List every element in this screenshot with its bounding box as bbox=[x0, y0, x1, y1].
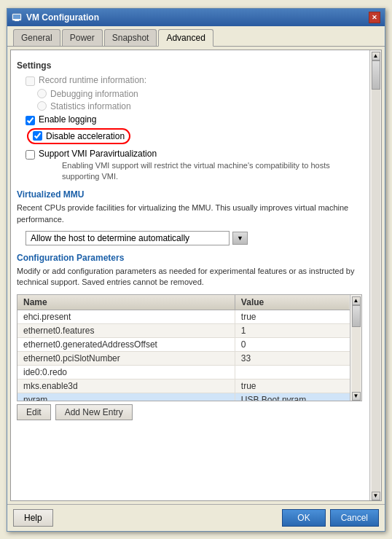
dropdown-row: Allow the host to determine automaticall… bbox=[26, 231, 362, 245]
scrollbar-track bbox=[352, 305, 361, 392]
table-scrollbar: ▲ ▼ bbox=[350, 295, 361, 401]
svg-rect-2 bbox=[15, 20, 19, 21]
col-value: Value bbox=[235, 295, 350, 310]
row-value: 33 bbox=[235, 351, 350, 365]
tab-general[interactable]: General bbox=[13, 29, 60, 46]
content-scrollbar: ▲ ▼ bbox=[369, 50, 381, 500]
table-row[interactable]: nvram USB Boot.nvram bbox=[17, 393, 350, 401]
record-runtime-checkbox[interactable] bbox=[26, 76, 35, 86]
scrollbar-up-arrow[interactable]: ▲ bbox=[352, 296, 361, 305]
titlebar-title: VM Configuration bbox=[12, 12, 99, 23]
support-vmi-row: Support VMI Paravirtualization Enabling … bbox=[26, 149, 362, 183]
table-row[interactable]: ethernet0.pciSlotNumber 33 bbox=[17, 351, 350, 365]
config-params-description: Modify or add configuration parameters a… bbox=[17, 266, 362, 288]
disable-accel-container: Disable acceleration bbox=[26, 128, 362, 144]
footer-right-buttons: OK Cancel bbox=[282, 509, 379, 527]
add-new-entry-button[interactable]: Add New Entry bbox=[55, 404, 133, 420]
disable-acceleration-checkbox[interactable] bbox=[33, 131, 42, 141]
table-row[interactable]: ehci.present true bbox=[17, 310, 350, 323]
config-table-container: Name Value ehci.present true e bbox=[17, 294, 362, 401]
row-name: mks.enable3d bbox=[17, 379, 235, 393]
row-value: true bbox=[235, 310, 350, 323]
disable-acceleration-label: Disable acceleration bbox=[46, 131, 125, 141]
table-action-buttons: Edit Add New Entry bbox=[17, 404, 362, 420]
support-vmi-label: Support VMI Paravirtualization bbox=[39, 149, 157, 159]
vmmu-dropdown[interactable]: Allow the host to determine automaticall… bbox=[26, 231, 230, 245]
help-button[interactable]: Help bbox=[13, 509, 53, 527]
row-name: ehci.present bbox=[17, 310, 235, 323]
window-title: VM Configuration bbox=[26, 12, 99, 23]
svg-rect-1 bbox=[13, 15, 20, 19]
support-vmi-content: Support VMI Paravirtualization Enabling … bbox=[39, 149, 362, 183]
support-vmi-checkbox[interactable] bbox=[26, 150, 35, 160]
vmmu-dropdown-arrow[interactable]: ▼ bbox=[232, 232, 248, 245]
vmmu-heading: Virtualized MMU bbox=[17, 189, 362, 200]
config-table-header-row: Name Value bbox=[17, 295, 350, 310]
close-button[interactable]: ✕ bbox=[369, 12, 380, 23]
table-row[interactable]: ide0:0.redo bbox=[17, 365, 350, 379]
config-table-wrapper: Name Value ehci.present true e bbox=[17, 294, 362, 401]
table-row[interactable]: ethernet0.generatedAddressOffset 0 bbox=[17, 337, 350, 351]
record-runtime-label: Record runtime information: bbox=[39, 75, 146, 85]
col-name: Name bbox=[17, 295, 235, 310]
record-runtime-row: Record runtime information: bbox=[26, 75, 362, 86]
content-scroll-up[interactable]: ▲ bbox=[372, 52, 380, 60]
config-params-heading: Configuration Parameters bbox=[17, 253, 362, 263]
content-scroll-down[interactable]: ▼ bbox=[372, 492, 380, 500]
row-value: true bbox=[235, 379, 350, 393]
config-table-body: ehci.present true ethernet0.features 1 e… bbox=[17, 310, 350, 401]
enable-logging-row: Enable logging bbox=[26, 114, 362, 125]
enable-logging-label: Enable logging bbox=[39, 114, 96, 125]
enable-logging-checkbox[interactable] bbox=[26, 116, 35, 125]
vmi-description: Enabling VMI support will restrict the v… bbox=[62, 160, 362, 183]
disable-accel-wrapper: Disable acceleration bbox=[27, 128, 130, 144]
tab-advanced[interactable]: Advanced bbox=[158, 29, 213, 47]
config-table: Name Value ehci.present true e bbox=[17, 295, 350, 401]
vmmu-dropdown-value: Allow the host to determine automaticall… bbox=[31, 233, 189, 243]
content-scroll-thumb[interactable] bbox=[372, 60, 380, 90]
vm-configuration-window: VM Configuration ✕ General Power Snapsho… bbox=[7, 8, 385, 532]
settings-section-title: Settings bbox=[17, 60, 362, 71]
row-name: ethernet0.features bbox=[17, 323, 235, 337]
cancel-button[interactable]: Cancel bbox=[330, 509, 379, 527]
debugging-radio[interactable] bbox=[37, 89, 47, 98]
tab-snapshot[interactable]: Snapshot bbox=[104, 29, 157, 46]
content-scroll-track bbox=[372, 60, 380, 492]
vm-icon bbox=[12, 12, 22, 23]
row-value: USB Boot.nvram bbox=[235, 393, 350, 401]
row-name: ide0:0.redo bbox=[17, 365, 235, 379]
statistics-label: Statistics information bbox=[50, 101, 131, 111]
row-value bbox=[235, 365, 350, 379]
row-name: ethernet0.pciSlotNumber bbox=[17, 351, 235, 365]
statistics-row: Statistics information bbox=[37, 101, 362, 111]
table-row[interactable]: mks.enable3d true bbox=[17, 379, 350, 393]
scrollbar-thumb[interactable] bbox=[352, 305, 361, 327]
config-table-header: Name Value bbox=[17, 295, 350, 310]
tab-bar: General Power Snapshot Advanced bbox=[7, 26, 385, 47]
row-value: 1 bbox=[235, 323, 350, 337]
table-row[interactable]: ethernet0.features 1 bbox=[17, 323, 350, 337]
row-value: 0 bbox=[235, 337, 350, 351]
content-inner: Settings Record runtime information: Deb… bbox=[17, 60, 375, 420]
debugging-label: Debugging information bbox=[50, 89, 138, 99]
scrollbar-down-arrow[interactable]: ▼ bbox=[352, 392, 361, 401]
window-footer: Help OK Cancel bbox=[7, 504, 385, 531]
statistics-radio[interactable] bbox=[37, 101, 47, 111]
ok-button[interactable]: OK bbox=[282, 509, 325, 527]
row-name: ethernet0.generatedAddressOffset bbox=[17, 337, 235, 351]
main-content: Settings Record runtime information: Deb… bbox=[10, 50, 382, 501]
row-name: nvram bbox=[17, 393, 235, 401]
edit-button[interactable]: Edit bbox=[17, 404, 51, 420]
titlebar: VM Configuration ✕ bbox=[7, 9, 385, 26]
tab-power[interactable]: Power bbox=[62, 29, 103, 46]
config-table-scroll: Name Value ehci.present true e bbox=[17, 295, 361, 401]
vmmu-description: Recent CPUs provide facilities for virtu… bbox=[17, 202, 362, 225]
debugging-row: Debugging information bbox=[37, 89, 362, 99]
